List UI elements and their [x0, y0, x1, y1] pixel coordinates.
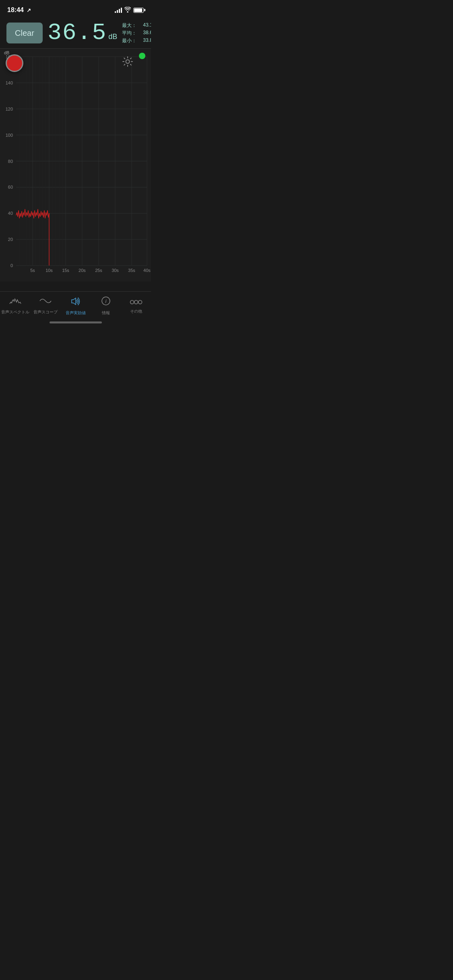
signal-bar-2	[117, 10, 118, 13]
svg-text:10s: 10s	[46, 268, 53, 273]
svg-text:20s: 20s	[79, 268, 86, 273]
scope-icon	[39, 296, 52, 308]
svg-text:15s: 15s	[62, 268, 69, 273]
svg-point-52	[134, 301, 138, 304]
signal-bar-1	[115, 11, 116, 13]
svg-rect-1	[0, 49, 151, 282]
svg-text:40s: 40s	[143, 268, 151, 273]
header: Clear 36.5 dB 最大： 43.1dB 平均： 38.6dB 最小： …	[0, 18, 151, 48]
db-value: 36.5	[48, 21, 107, 45]
signal-bars	[115, 7, 122, 13]
stat-min-label: 最小：	[122, 37, 137, 44]
svg-point-51	[130, 301, 134, 304]
stat-max-label: 最大：	[122, 22, 137, 29]
clear-button[interactable]: Clear	[6, 23, 43, 43]
db-axis-label: dB	[4, 50, 9, 55]
svg-text:120: 120	[6, 107, 13, 111]
wifi-icon	[124, 7, 131, 14]
chart-svg: 160 140 120 100 80 60 40 20 0 5s 10s	[0, 49, 151, 282]
tab-other-label: その他	[130, 309, 142, 314]
stat-min-value: 33.8dB	[143, 37, 151, 44]
home-indicator	[50, 321, 102, 323]
svg-text:40: 40	[8, 211, 13, 216]
status-icons	[115, 7, 144, 14]
svg-text:80: 80	[8, 159, 13, 164]
tab-spectrum[interactable]: 音声スペクトル	[0, 295, 30, 317]
info-icon: i	[101, 296, 110, 309]
svg-text:20: 20	[8, 237, 13, 242]
green-indicator	[139, 53, 145, 59]
status-time: 18:44 ↗	[7, 6, 31, 14]
other-icon	[130, 296, 143, 307]
stat-row-avg: 平均： 38.6dB	[122, 30, 151, 37]
svg-text:25s: 25s	[95, 268, 102, 273]
record-button[interactable]	[6, 54, 23, 72]
svg-point-53	[138, 301, 142, 304]
svg-point-0	[126, 60, 130, 64]
tab-scope[interactable]: 音声スコープ	[30, 295, 60, 317]
signal-bar-3	[119, 9, 120, 13]
svg-text:35s: 35s	[128, 268, 135, 273]
tab-other[interactable]: その他	[121, 295, 151, 316]
signal-bar-4	[121, 8, 122, 13]
tab-info[interactable]: i 情報	[91, 295, 121, 317]
svg-text:30s: 30s	[112, 268, 119, 273]
spectrum-icon	[9, 296, 22, 308]
main-reading: 36.5 dB	[48, 21, 117, 45]
time-display: 18:44	[7, 6, 24, 14]
svg-text:60: 60	[8, 185, 13, 189]
location-icon: ↗	[27, 7, 31, 13]
tab-spectrum-label: 音声スペクトル	[1, 309, 29, 315]
rms-icon	[70, 296, 81, 309]
status-bar: 18:44 ↗	[0, 0, 151, 18]
stats-panel: 最大： 43.1dB 平均： 38.6dB 最小： 33.8dB	[122, 22, 151, 44]
battery-icon	[133, 8, 144, 13]
stat-row-min: 最小： 33.8dB	[122, 37, 151, 44]
svg-text:0: 0	[10, 263, 13, 268]
tab-rms[interactable]: 音声実効値	[60, 295, 91, 317]
db-unit: dB	[108, 33, 117, 41]
stat-avg-label: 平均：	[122, 30, 137, 37]
chart-container: dB 160 140 120 100	[0, 48, 151, 282]
svg-text:140: 140	[6, 80, 13, 85]
battery-fill	[134, 8, 142, 12]
svg-text:100: 100	[6, 133, 13, 138]
stat-row-max: 最大： 43.1dB	[122, 22, 151, 29]
tab-scope-label: 音声スコープ	[33, 309, 58, 315]
tab-rms-label: 音声実効値	[66, 310, 86, 316]
svg-text:i: i	[105, 298, 107, 304]
tab-info-label: 情報	[102, 310, 110, 316]
stat-max-value: 43.1dB	[143, 22, 151, 29]
settings-button[interactable]	[120, 54, 135, 69]
stat-avg-value: 38.6dB	[143, 30, 151, 37]
svg-text:5s: 5s	[30, 268, 35, 273]
